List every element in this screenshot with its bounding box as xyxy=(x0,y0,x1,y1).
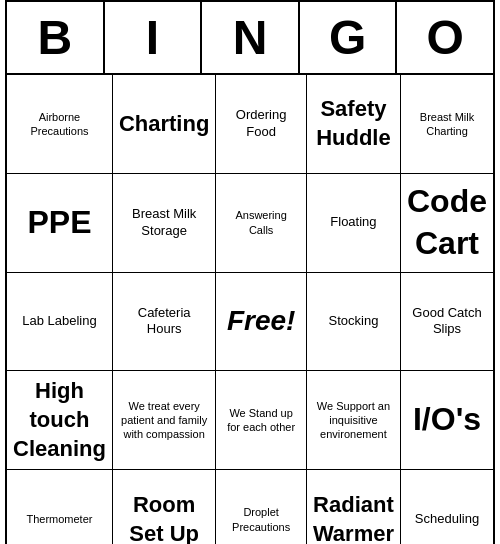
bingo-cell-20: Thermometer xyxy=(7,470,113,544)
bingo-cell-13: Stocking xyxy=(307,273,401,372)
header-letter: I xyxy=(105,2,203,73)
bingo-cell-21: Room Set Up xyxy=(113,470,216,544)
bingo-cell-2: Ordering Food xyxy=(216,75,307,174)
bingo-cell-5: PPE xyxy=(7,174,113,273)
bingo-cell-10: Lab Labeling xyxy=(7,273,113,372)
bingo-cell-1: Charting xyxy=(113,75,216,174)
bingo-cell-23: Radiant Warmer xyxy=(307,470,401,544)
bingo-cell-6: Breast Milk Storage xyxy=(113,174,216,273)
bingo-cell-9: Code Cart xyxy=(401,174,493,273)
bingo-cell-0: Airborne Precautions xyxy=(7,75,113,174)
bingo-cell-12: Free! xyxy=(216,273,307,372)
bingo-cell-15: High touch Cleaning xyxy=(7,371,113,470)
header-letter: B xyxy=(7,2,105,73)
bingo-cell-4: Breast Milk Charting xyxy=(401,75,493,174)
bingo-cell-24: Scheduling xyxy=(401,470,493,544)
bingo-cell-17: We Stand up for each other xyxy=(216,371,307,470)
header-letter: O xyxy=(397,2,493,73)
bingo-cell-3: Safety Huddle xyxy=(307,75,401,174)
bingo-cell-22: Droplet Precautions xyxy=(216,470,307,544)
bingo-grid: Airborne PrecautionsChartingOrdering Foo… xyxy=(7,75,493,544)
bingo-cell-18: We Support an inquisitive environement xyxy=(307,371,401,470)
bingo-cell-14: Good Catch Slips xyxy=(401,273,493,372)
bingo-cell-11: Cafeteria Hours xyxy=(113,273,216,372)
bingo-cell-8: Floating xyxy=(307,174,401,273)
bingo-cell-19: I/O's xyxy=(401,371,493,470)
header-letter: N xyxy=(202,2,300,73)
header-letter: G xyxy=(300,2,398,73)
bingo-header: BINGO xyxy=(7,2,493,75)
bingo-cell-16: We treat every patient and family with c… xyxy=(113,371,216,470)
bingo-card: BINGO Airborne PrecautionsChartingOrderi… xyxy=(5,0,495,544)
bingo-cell-7: Answering Calls xyxy=(216,174,307,273)
